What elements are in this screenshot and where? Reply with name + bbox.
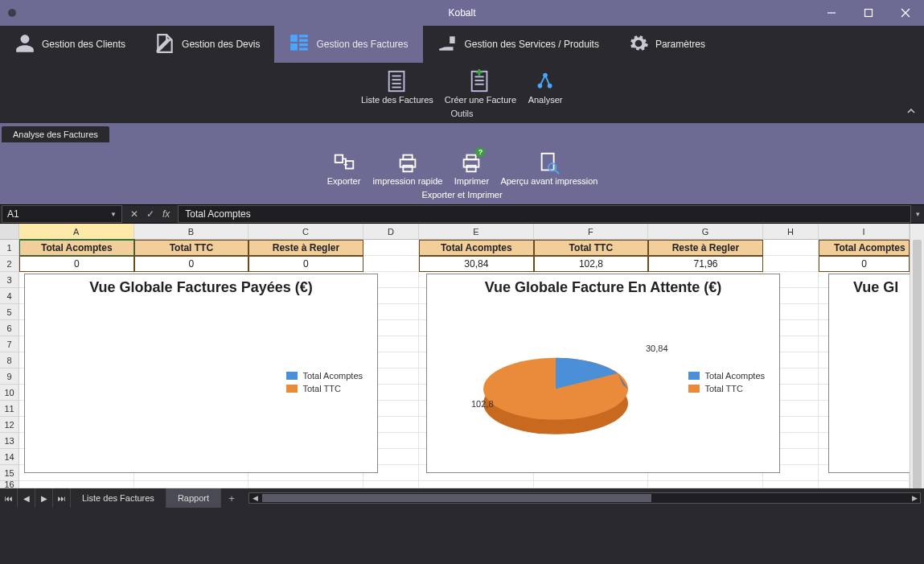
window-title: Kobalt [448,7,475,19]
row-header[interactable]: 7 [0,336,18,352]
cell-F2[interactable]: 102,8 [534,256,649,272]
col-header[interactable]: C [248,224,363,240]
subtab-analyse[interactable]: Analyse des Factures [2,126,109,142]
row-header[interactable]: 5 [0,304,18,320]
row-header[interactable]: 3 [0,272,18,288]
formula-input[interactable]: Total Acomptes [178,205,911,223]
btn-apercu[interactable]: Aperçu avant impression [500,149,598,187]
col-header[interactable]: F [534,224,649,240]
row-header[interactable]: 8 [0,352,18,368]
svg-rect-30 [542,154,554,171]
dropdown-caret-icon[interactable]: ▼ [110,211,117,218]
row-header[interactable]: 4 [0,288,18,304]
row-header[interactable]: 2 [0,256,18,272]
add-sheet-button[interactable]: + [221,492,242,504]
ribbon-outils: Liste des Factures Créer une Facture Ana… [0,63,924,123]
row-header[interactable]: 9 [0,368,18,385]
row-header[interactable]: 12 [0,417,18,433]
expand-formula-icon[interactable]: ▾ [911,210,924,218]
cell[interactable] [648,481,763,488]
cell[interactable] [419,481,534,488]
name-box[interactable]: A1 ▼ [2,205,122,223]
cell[interactable] [363,240,419,256]
cell-I1[interactable]: Total Acomptes [819,240,910,256]
col-header[interactable]: D [363,224,419,240]
cell-C1[interactable]: Reste à Regler [248,240,363,256]
tab-factures[interactable]: Gestion des Factures [274,26,422,63]
btn-exporter[interactable]: Exporter [326,149,362,187]
cell-B1[interactable]: Total TTC [134,240,249,256]
cell-E2[interactable]: 30,84 [419,256,534,272]
horizontal-scrollbar[interactable]: ◀ ▶ [248,492,921,504]
sheet-tab-rapport[interactable]: Rapport [166,488,221,508]
cell[interactable] [363,481,419,488]
col-header[interactable]: B [134,224,249,240]
col-header[interactable]: G [648,224,763,240]
collapse-ribbon-icon[interactable] [906,106,916,118]
cell-I2[interactable]: 0 [819,256,910,272]
btn-impression-rapide[interactable]: impression rapide [373,149,443,187]
row-header[interactable]: 11 [0,401,18,417]
hscroll-left-icon[interactable]: ◀ [249,493,261,503]
row-header[interactable]: 16 [0,481,18,488]
cancel-formula-icon[interactable]: ✕ [130,208,138,220]
chart-right-partial[interactable]: Vue Gl [828,274,910,473]
tab-services[interactable]: Gestion des Services / Produits [423,26,614,63]
vertical-scrollbar[interactable] [910,224,924,488]
window-dot [8,9,16,17]
sheet-nav-first-icon[interactable]: ⏮ [0,488,18,508]
cell[interactable] [134,481,249,488]
sheet-nav-prev-icon[interactable]: ◀ [18,488,35,508]
hscroll-thumb[interactable] [262,494,651,502]
row-header[interactable]: 13 [0,433,18,449]
chart-attente[interactable]: Vue Globale Facture En Attente (€) 30,84… [426,274,780,473]
col-header[interactable]: I [819,224,910,240]
cell-E1[interactable]: Total Acomptes [419,240,534,256]
minimize-button[interactable] [813,0,850,26]
cell[interactable] [363,256,419,272]
row-header[interactable]: 6 [0,320,18,336]
cell-B2[interactable]: 0 [134,256,249,272]
sheet-tab-liste[interactable]: Liste des Factures [71,488,166,508]
column-headers: A B C D E F G H I [19,224,910,240]
btn-creer-facture[interactable]: Créer une Facture [445,68,516,105]
select-all-corner[interactable] [0,224,18,240]
row-header[interactable]: 14 [0,449,18,465]
cell-G1[interactable]: Reste à Regler [648,240,763,256]
cell-A1[interactable]: Total Acomptes [19,240,134,256]
cell[interactable] [534,481,649,488]
btn-analyser[interactable]: Analyser [528,68,563,105]
chart-payees[interactable]: Vue Globale Factures Payées (€) Total Ac… [24,274,378,473]
maximize-button[interactable] [850,0,887,26]
cell-A2[interactable]: 0 [19,256,134,272]
tab-parametres[interactable]: Paramètres [614,26,720,63]
col-header[interactable]: A [19,224,134,240]
row-header[interactable]: 1 [0,240,18,256]
vscroll-thumb[interactable] [913,240,922,488]
window-controls [813,0,924,26]
cell[interactable] [248,481,363,488]
cell[interactable] [763,256,819,272]
fx-icon[interactable]: fx [162,208,170,220]
col-header[interactable]: E [419,224,534,240]
cell[interactable] [763,481,819,488]
accept-formula-icon[interactable]: ✓ [146,208,154,220]
btn-imprimer[interactable]: ? Imprimer [454,149,489,187]
cell-F1[interactable]: Total TTC [534,240,649,256]
btn-liste-factures[interactable]: Liste des Factures [361,68,433,105]
cell[interactable] [763,240,819,256]
sheet-nav-last-icon[interactable]: ⏭ [53,488,71,508]
cell-C2[interactable]: 0 [248,256,363,272]
col-header[interactable]: H [763,224,819,240]
tab-clients[interactable]: Gestion des Clients [0,26,140,63]
sheet-grid[interactable]: A B C D E F G H I Total Acomptes Total T… [19,224,910,488]
tab-devis[interactable]: Gestion des Devis [140,26,274,63]
cell-G2[interactable]: 71,96 [648,256,763,272]
cell[interactable] [819,481,910,488]
cell[interactable] [19,481,134,488]
close-button[interactable] [887,0,924,26]
row-header[interactable]: 10 [0,385,18,401]
row-header[interactable]: 15 [0,465,18,481]
sheet-nav-next-icon[interactable]: ▶ [35,488,53,508]
hscroll-right-icon[interactable]: ▶ [909,493,920,503]
